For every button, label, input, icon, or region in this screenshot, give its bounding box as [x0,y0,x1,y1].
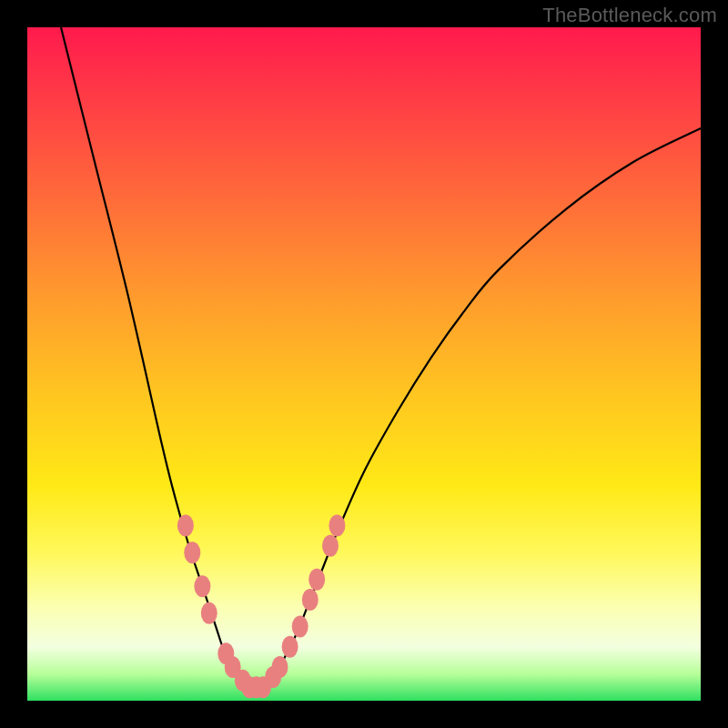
curve-marker [201,602,217,624]
watermark-text: TheBottleneck.com [542,4,717,27]
plot-area [27,27,701,701]
curve-marker [292,616,308,638]
curve-marker [177,515,194,537]
curve-markers [177,515,346,699]
curve-marker [322,535,339,557]
chart-frame: TheBottleneck.com [0,0,728,728]
curve-marker [272,656,288,678]
curve-marker [194,575,210,597]
bottleneck-curve [61,27,701,688]
curve-marker [302,589,318,611]
curve-marker [282,636,298,658]
curve-marker [308,569,325,591]
curve-marker [329,515,345,537]
curve-marker [184,541,200,563]
curve-svg [27,27,701,701]
